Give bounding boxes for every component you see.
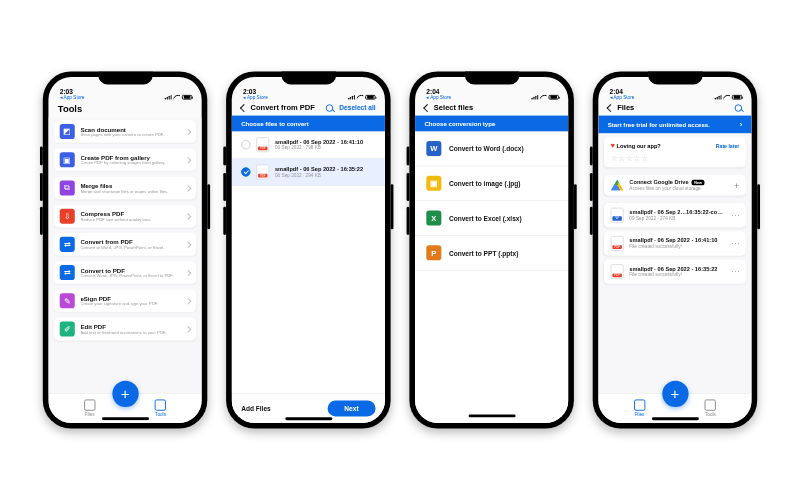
pdf-icon — [611, 236, 624, 251]
tool-icon: ⇄ — [60, 265, 75, 280]
add-drive-icon[interactable]: + — [734, 180, 739, 190]
pdf-icon — [611, 264, 624, 279]
format-icon: ▣ — [426, 176, 441, 191]
file-row[interactable]: smallpdf - 06 Sep 2022 - 16:41:1006 Sep … — [232, 132, 385, 159]
tool-sub: Scan pages with your camera to create PD… — [80, 133, 180, 138]
tool-name: Scan document — [80, 126, 180, 133]
format-icon: P — [426, 245, 441, 260]
file-row[interactable]: smallpdf - 06 Sep 2022 - 16:35:2206 Sep … — [232, 159, 385, 186]
nav-bar: Files — [598, 100, 751, 116]
chevron-right-icon — [185, 326, 192, 333]
home-indicator[interactable] — [285, 417, 332, 420]
chevron-right-icon — [185, 128, 192, 135]
battery-icon — [365, 94, 375, 99]
tool-row[interactable]: ⇩Compress PDFReduce PDF size without qua… — [54, 205, 196, 228]
radio[interactable] — [241, 167, 250, 176]
chevron-right-icon — [185, 185, 192, 192]
connect-drive-card[interactable]: Connect Google DriveNewAccess files on y… — [604, 175, 746, 196]
back-button[interactable]: Select files — [424, 103, 473, 111]
home-indicator[interactable] — [468, 415, 515, 418]
search-icon[interactable] — [735, 104, 743, 112]
tool-row[interactable]: ⧉Merge filesMerge and rearrange files or… — [54, 177, 196, 200]
nav-bar: Select files — [415, 100, 568, 116]
next-button[interactable]: Next — [327, 400, 375, 416]
rate-card: ♥ Loving our app?Rate later ☆☆☆☆☆ — [604, 137, 746, 167]
more-icon[interactable]: ⋯ — [731, 210, 739, 220]
tool-row[interactable]: ⇄Convert to PDFConvert Word, JPG, PowerP… — [54, 261, 196, 284]
tool-row[interactable]: ⇄Convert from PDFConvert to Word, JPG, P… — [54, 233, 196, 256]
tool-icon: ⇩ — [60, 209, 75, 224]
phone-files: 2:04◂ App Store Files Start free trial f… — [593, 71, 758, 428]
convert-label: Convert to PPT (.pptx) — [449, 250, 518, 257]
wifi-icon — [540, 95, 547, 100]
nav-tools[interactable]: Tools — [705, 399, 716, 417]
status-bar: 2:04◂ App Store — [598, 77, 751, 100]
wifi-icon — [357, 95, 364, 100]
chevron-right-icon — [185, 241, 192, 248]
format-icon: W — [426, 141, 441, 156]
radio[interactable] — [241, 140, 250, 149]
files-icon — [84, 399, 95, 410]
file-meta: 09 Sep 2022 · 274 KB — [629, 215, 725, 221]
trial-banner[interactable]: Start free trial for unlimited access.› — [598, 116, 751, 134]
chevron-right-icon — [185, 156, 192, 163]
rate-question: Loving our app? — [617, 144, 661, 150]
tool-icon: ⇄ — [60, 237, 75, 252]
tool-row[interactable]: ✎eSign PDFCreate your signature and sign… — [54, 289, 196, 312]
tool-row[interactable]: ▣Create PDF from galleryCreate PDF by se… — [54, 148, 196, 171]
rating-stars[interactable]: ☆☆☆☆☆ — [611, 153, 740, 162]
file-meta: File created successfully! — [629, 272, 725, 278]
files-content: ♥ Loving our app?Rate later ☆☆☆☆☆ Connec… — [598, 133, 751, 392]
choose-files-banner: Choose files to convert — [232, 116, 385, 132]
tool-icon: ▣ — [60, 152, 75, 167]
file-select-list: smallpdf - 06 Sep 2022 - 16:41:1006 Sep … — [232, 132, 385, 393]
chevron-right-icon — [185, 297, 192, 304]
pdf-icon — [256, 164, 269, 179]
battery-icon — [182, 94, 192, 99]
file-card[interactable]: smallpdf - 06 Sep 2…16:35:22-converted09… — [604, 203, 746, 227]
search-icon[interactable] — [326, 104, 334, 112]
more-icon[interactable]: ⋯ — [731, 238, 739, 248]
convert-option[interactable]: PConvert to PPT (.pptx) — [415, 236, 568, 271]
nav-files[interactable]: Files — [84, 399, 95, 417]
home-indicator[interactable] — [102, 417, 149, 420]
fab-add[interactable]: + — [662, 381, 688, 407]
chevron-right-icon — [185, 269, 192, 276]
status-bar: 2:03◂ App Store — [232, 77, 385, 100]
bottom-nav: Files + Tools — [48, 393, 201, 423]
status-bar: 2:04◂ App Store — [415, 77, 568, 100]
rate-later-button[interactable]: Rate later — [716, 143, 740, 149]
phone-tools: 2:03◂ App Store Tools ◩Scan documentScan… — [43, 71, 208, 428]
nav-files[interactable]: Files — [634, 399, 645, 417]
deselect-all[interactable]: Deselect all — [339, 104, 375, 111]
convert-option[interactable]: WConvert to Word (.docx) — [415, 132, 568, 167]
tool-sub: Create PDF by selecting images from gall… — [80, 161, 180, 166]
tools-icon — [155, 399, 166, 410]
pdf-icon — [256, 137, 269, 152]
file-meta: 06 Sep 2022 · 294 KB — [275, 172, 376, 178]
convert-label: Convert to Excel (.xlsx) — [449, 215, 522, 222]
google-drive-icon — [611, 180, 624, 191]
screen-title: Tools — [48, 100, 201, 118]
phone-convert-select: 2:03◂ App Store Convert from PDF Deselec… — [226, 71, 390, 428]
chevron-left-icon — [607, 104, 615, 112]
add-files-button[interactable]: Add Files — [241, 405, 271, 412]
nav-tools[interactable]: Tools — [155, 399, 166, 417]
tool-sub: Convert Word, JPG, PowerPoint, or Excel … — [80, 274, 180, 279]
choose-type-banner: Choose conversion type — [415, 116, 568, 132]
chevron-left-icon — [423, 104, 431, 112]
heart-icon: ♥ — [611, 142, 615, 150]
tool-row[interactable]: ✐Edit PDFAdd text or freehand annotation… — [54, 318, 196, 341]
back-button[interactable]: Convert from PDF — [241, 103, 315, 111]
back-button[interactable]: Files — [608, 103, 635, 111]
more-icon[interactable]: ⋯ — [731, 266, 739, 276]
home-indicator[interactable] — [651, 417, 698, 420]
tool-row[interactable]: ◩Scan documentScan pages with your camer… — [54, 120, 196, 143]
file-card[interactable]: smallpdf - 06 Sep 2022 - 16:41:10File cr… — [604, 231, 746, 255]
file-card[interactable]: smallpdf - 06 Sep 2022 - 16:35:22File cr… — [604, 259, 746, 283]
convert-option[interactable]: ▣Convert to image (.jpg) — [415, 166, 568, 201]
word-icon — [611, 208, 624, 223]
tool-icon: ⧉ — [60, 180, 75, 195]
convert-option[interactable]: XConvert to Excel (.xlsx) — [415, 201, 568, 236]
fab-add[interactable]: + — [112, 381, 138, 407]
